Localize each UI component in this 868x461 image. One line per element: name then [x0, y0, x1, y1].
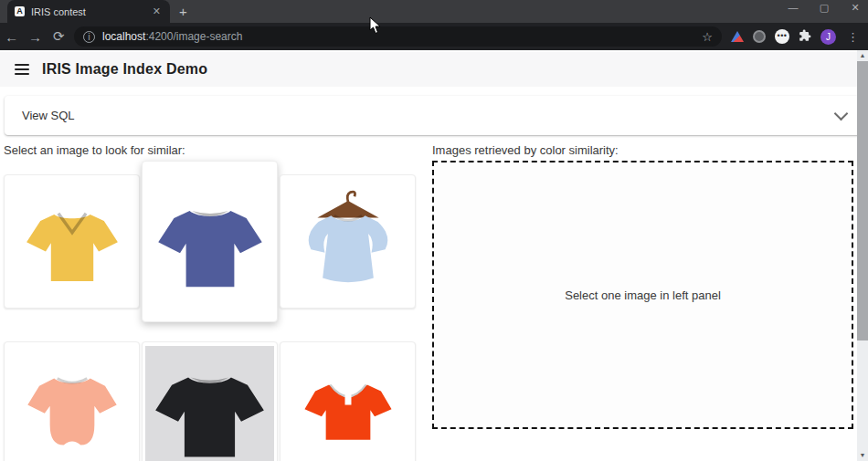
browser-menu-icon[interactable]: ⋮ [847, 30, 859, 44]
light-blue-blouse-image [295, 188, 401, 294]
page-title: IRIS Image Index Demo [42, 61, 207, 78]
chevron-down-icon [834, 107, 849, 121]
browser-toolbar: ← → ⟳ i localhost:4200/image-search ☆ ••… [0, 23, 868, 50]
mouse-cursor [369, 16, 382, 35]
new-tab-icon[interactable]: + [179, 4, 187, 19]
refresh-icon[interactable]: ⟳ [47, 28, 70, 45]
close-icon[interactable]: ✕ [850, 2, 861, 14]
url-host: localhost [102, 30, 145, 43]
app-header: IRIS Image Index Demo [0, 52, 868, 87]
extension-colored-icon[interactable] [731, 31, 744, 42]
url-path: :4200/image-search [145, 30, 242, 43]
image-card-light-blue-blouse[interactable] [280, 174, 416, 309]
image-card-peach-baby-onesie[interactable] [4, 341, 140, 461]
app-page: IRIS Image Index Demo View SQL Select an… [0, 50, 868, 461]
image-picker-panel: Select an image to look for similar: [4, 143, 419, 461]
site-info-icon[interactable]: i [83, 31, 95, 43]
left-panel-heading: Select an image to look for similar: [4, 143, 419, 157]
extensions-puzzle-icon[interactable] [799, 29, 811, 45]
image-card-black-tshirt[interactable] [142, 341, 278, 461]
view-sql-expansion-panel[interactable]: View SQL [5, 96, 863, 135]
results-empty-message: Select one image in left panel [565, 288, 721, 302]
image-card-yellow-vneck-top[interactable] [4, 174, 140, 309]
scrollbar-thumb[interactable] [857, 61, 868, 341]
image-grid-row-1 [4, 161, 419, 322]
page-scrollbar[interactable]: ▲ ▼ [857, 50, 868, 461]
yellow-vneck-top-image [19, 188, 125, 294]
orange-crop-top-image [295, 355, 401, 461]
bookmark-star-icon[interactable]: ☆ [702, 30, 713, 44]
black-tshirt-image [145, 346, 274, 461]
tab-close-icon[interactable]: ✕ [151, 5, 163, 17]
hamburger-menu-icon[interactable] [15, 64, 29, 75]
results-panel: Images retrieved by color similarity: Se… [432, 143, 853, 461]
browser-window: A IRIS contest ✕ + — ▢ ✕ ← → ⟳ i localho… [0, 0, 868, 461]
extension-dots-icon[interactable]: ••• [775, 29, 789, 44]
blue-tshirt-image [150, 173, 270, 309]
extension-clock-icon[interactable] [753, 30, 766, 43]
url-text: localhost:4200/image-search [102, 30, 242, 43]
tab-strip: A IRIS contest ✕ + — ▢ ✕ [0, 0, 868, 23]
maximize-icon[interactable]: ▢ [819, 2, 830, 14]
results-dropzone: Select one image in left panel [432, 161, 853, 429]
favicon-icon: A [15, 6, 25, 16]
right-panel-heading: Images retrieved by color similarity: [432, 143, 853, 157]
image-card-orange-crop-top[interactable] [280, 341, 416, 461]
main-content: Select an image to look for similar: Ima… [0, 135, 868, 461]
scrollbar-up-icon[interactable]: ▲ [857, 50, 868, 61]
scrollbar-down-icon[interactable]: ▼ [857, 450, 868, 461]
browser-tab[interactable]: A IRIS contest ✕ [7, 0, 170, 23]
image-card-blue-tshirt[interactable] [142, 161, 278, 322]
image-grid-row-2 [4, 341, 419, 461]
minimize-icon[interactable]: — [788, 2, 799, 14]
address-bar[interactable]: i localhost:4200/image-search ☆ [74, 26, 722, 47]
peach-baby-onesie-image [19, 355, 125, 461]
forward-icon[interactable]: → [24, 29, 48, 45]
view-sql-label: View SQL [22, 109, 75, 122]
tab-title: IRIS contest [31, 6, 151, 17]
back-icon[interactable]: ← [0, 29, 24, 45]
profile-avatar[interactable]: J [820, 29, 836, 45]
